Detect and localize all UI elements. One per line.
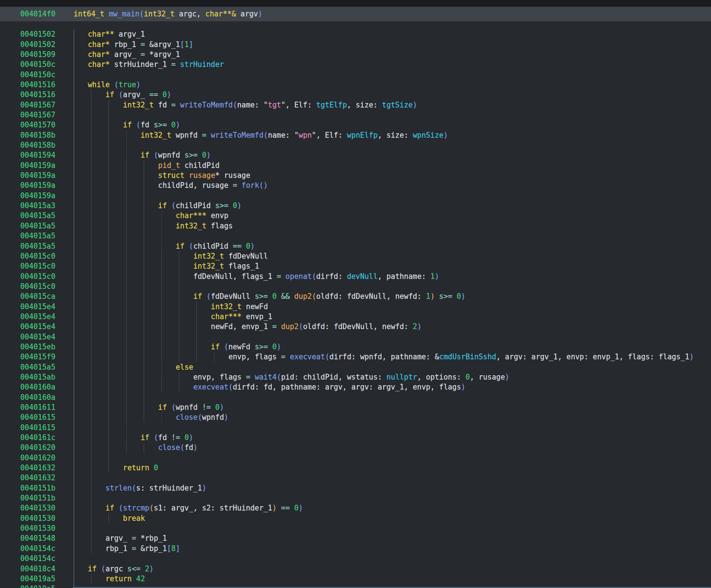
line-code[interactable]: char* argv_ = *argv_1 — [74, 49, 711, 59]
line-address[interactable]: 00401632 — [0, 463, 74, 473]
line-address[interactable]: 004015e4 — [0, 322, 74, 332]
line-address[interactable]: 0040158b — [0, 140, 74, 150]
line-code[interactable] — [74, 553, 711, 563]
line-address[interactable]: 004015a5 — [0, 231, 74, 241]
line-address[interactable]: 004015ca — [0, 291, 74, 301]
line-code[interactable]: struct rusage* rusage — [74, 170, 711, 180]
line-code[interactable]: if (childPid == 0) — [74, 241, 711, 251]
line-code[interactable]: pid_t childPid — [74, 160, 711, 170]
line-address[interactable]: 0040159a — [0, 180, 74, 190]
line-address[interactable]: 004015eb — [0, 342, 74, 352]
line-code[interactable]: if (fd != 0) — [74, 433, 711, 443]
line-code[interactable]: char*** envp_1 — [74, 312, 711, 322]
line-address[interactable]: 00401567 — [0, 100, 74, 110]
line-address[interactable]: 0040159a — [0, 160, 74, 170]
line-address[interactable]: 0040151b — [0, 483, 74, 493]
line-address[interactable]: 00401530 — [0, 503, 74, 513]
line-code[interactable] — [74, 453, 711, 463]
line-address[interactable]: 0040151b — [0, 493, 74, 503]
function-address[interactable]: 004014f0 — [0, 7, 74, 21]
line-address[interactable]: 004015a5 — [0, 241, 74, 251]
line-code[interactable]: char*** envp — [74, 211, 711, 221]
function-signature[interactable]: int64_t mw_main(int32_t argc, char**& ar… — [74, 7, 711, 21]
line-code[interactable]: int32_t flags_1 — [74, 261, 711, 271]
line-code[interactable]: int32_t fdDevNull — [74, 251, 711, 261]
line-code[interactable]: int32_t wpnfd = writeToMemfd(name: "wpn"… — [74, 130, 711, 140]
line-address[interactable]: 004019a5 — [0, 574, 74, 584]
line-address[interactable]: 004015c0 — [0, 271, 74, 281]
line-code[interactable] — [74, 281, 711, 291]
line-code[interactable]: if (newFd s>= 0) — [74, 342, 711, 352]
line-address[interactable]: 00401502 — [0, 29, 74, 39]
line-code[interactable]: if (childPid s>= 0) — [74, 201, 711, 211]
line-address[interactable]: 0040150c — [0, 59, 74, 69]
line-code[interactable]: rbp_1 = &rbp_1[8] — [74, 544, 711, 553]
line-code[interactable]: while (true) — [74, 80, 711, 90]
line-address[interactable]: 004015ab — [0, 372, 74, 382]
line-code[interactable]: envp, flags = wait4(pid: childPid, wstat… — [74, 372, 711, 382]
line-address[interactable]: 00401516 — [0, 80, 74, 90]
line-address[interactable]: 00401570 — [0, 120, 74, 130]
line-address[interactable]: 0040154c — [0, 544, 74, 553]
line-code[interactable]: fdDevNull, flags_1 = openat(dirfd: devNu… — [74, 271, 711, 281]
line-address[interactable]: 004015a3 — [0, 201, 74, 211]
line-code[interactable]: close(wpnfd) — [74, 412, 711, 422]
line-address[interactable]: 00401530 — [0, 523, 74, 533]
line-code[interactable] — [74, 392, 711, 402]
line-code[interactable]: int32_t fd = writeToMemfd(name: "tgt", E… — [74, 100, 711, 110]
line-code[interactable] — [74, 231, 711, 241]
line-address[interactable]: 004019a5 — [0, 584, 74, 588]
line-code[interactable]: if (strcmp(s1: argv_, s2: strHuinder_1) … — [74, 503, 711, 513]
line-code[interactable]: return 0 — [74, 463, 711, 473]
line-code[interactable] — [74, 140, 711, 150]
line-code[interactable]: childPid, rusage = fork() — [74, 180, 711, 190]
line-address[interactable]: 0040150c — [0, 70, 74, 80]
line-code[interactable]: if (argc s<= 2) — [74, 564, 711, 574]
line-address[interactable]: 004015c0 — [0, 281, 74, 291]
line-code[interactable]: int32_t flags — [74, 221, 711, 231]
line-address[interactable]: 00401611 — [0, 402, 74, 412]
line-address[interactable]: 0040159a — [0, 191, 74, 201]
line-code[interactable]: char* strHuinder_1 = strHuinder — [74, 59, 711, 69]
line-code[interactable]: char** argv_1 — [74, 29, 711, 39]
line-address[interactable]: 00401509 — [0, 49, 74, 59]
line-address[interactable]: 00401502 — [0, 39, 74, 49]
line-code[interactable]: return 42 — [74, 574, 711, 584]
line-code[interactable]: int32_t newFd — [74, 302, 711, 312]
line-code[interactable]: if (wpnfd s>= 0) — [74, 150, 711, 160]
line-address[interactable]: 00401548 — [0, 533, 74, 543]
line-address[interactable]: 00401620 — [0, 443, 74, 452]
line-address[interactable]: 0040160a — [0, 382, 74, 392]
line-address[interactable]: 00401615 — [0, 412, 74, 422]
line-code[interactable] — [74, 332, 711, 342]
line-address[interactable]: 00401620 — [0, 453, 74, 463]
line-code[interactable]: if (fdDevNull s>= 0 && dup2(oldfd: fdDev… — [74, 291, 711, 301]
line-address[interactable]: 004015f9 — [0, 352, 74, 362]
line-code[interactable] — [74, 423, 711, 433]
line-address[interactable]: 0040158b — [0, 130, 74, 140]
line-address[interactable]: 004015a5 — [0, 211, 74, 221]
line-code[interactable]: strlen(s: strHuinder_1) — [74, 483, 711, 493]
line-code[interactable]: if (argv_ == 0) — [74, 90, 711, 100]
line-address[interactable]: 004015a5 — [0, 362, 74, 372]
line-address[interactable]: 0040160a — [0, 392, 74, 402]
line-code[interactable] — [74, 110, 711, 120]
line-address[interactable]: 00401516 — [0, 90, 74, 100]
line-address[interactable]: 004015e4 — [0, 332, 74, 342]
line-address[interactable]: 00401567 — [0, 110, 74, 120]
line-code[interactable]: break — [74, 513, 711, 523]
line-code[interactable]: execveat(dirfd: fd, pathname: argv, argv… — [74, 382, 711, 392]
line-code[interactable]: argv_ = *rbp_1 — [74, 533, 711, 543]
line-code[interactable]: envp, flags = execveat(dirfd: wpnfd, pat… — [74, 352, 711, 362]
line-code[interactable]: newFd, envp_1 = dup2(oldfd: fdDevNull, n… — [74, 322, 711, 332]
line-address[interactable]: 004015c0 — [0, 251, 74, 261]
line-address[interactable]: 004015e4 — [0, 302, 74, 312]
line-address[interactable]: 00401594 — [0, 150, 74, 160]
line-code[interactable]: else — [74, 362, 711, 372]
line-address[interactable]: 004015a5 — [0, 221, 74, 231]
line-code[interactable] — [74, 473, 711, 483]
line-address[interactable]: 00401615 — [0, 423, 74, 433]
line-address[interactable]: 0040154c — [0, 553, 74, 563]
line-code[interactable] — [74, 523, 711, 533]
line-address[interactable]: 004015e4 — [0, 312, 74, 322]
